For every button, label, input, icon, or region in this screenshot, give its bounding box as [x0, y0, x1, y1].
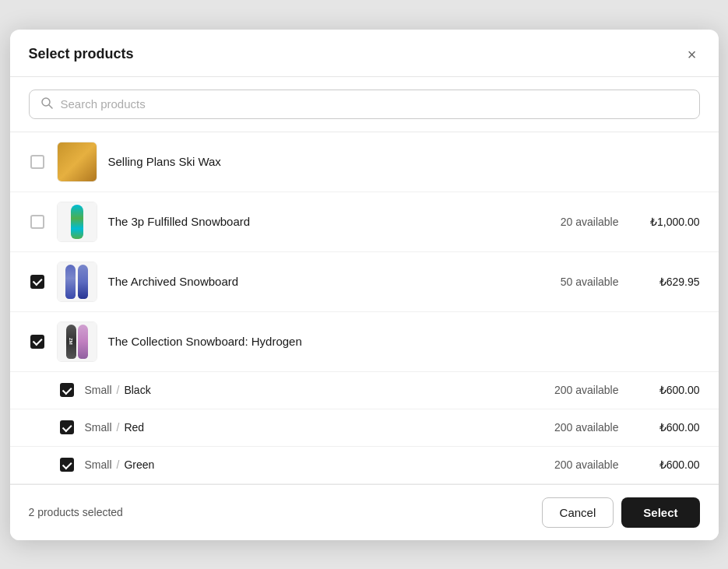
product-row: Selling Plans Ski Wax	[10, 132, 719, 192]
variant-checkbox-black[interactable]	[60, 383, 74, 397]
product-info-collection: The Collection Snowboard: Hydrogen	[108, 335, 700, 348]
product-price-3p: ₺1,000.00	[630, 216, 700, 228]
product-info-ski-wax: Selling Plans Ski Wax	[108, 155, 700, 168]
modal-title: Select products	[29, 46, 134, 62]
variant-availability-green: 200 available	[526, 458, 619, 471]
product-checkbox-archived[interactable]	[30, 275, 44, 289]
variant-row: Small / Red 200 available ₺600.00	[10, 409, 719, 447]
variant-checkbox-green[interactable]	[60, 458, 74, 472]
variant-size-black: Small	[85, 384, 112, 396]
product-checkbox-3p[interactable]	[30, 215, 44, 229]
product-name-3p: The 3p Fulfilled Snowboard	[108, 215, 251, 228]
modal-footer: 2 products selected Cancel Select	[10, 484, 719, 540]
variant-size-green: Small	[85, 458, 112, 471]
variant-row: Small / Black 200 available ₺600.00	[10, 372, 719, 409]
product-availability-3p: 20 available	[526, 216, 619, 228]
product-name-ski-wax: Selling Plans Ski Wax	[108, 155, 221, 168]
product-thumbnail-3p	[57, 202, 97, 242]
variant-separator: /	[117, 384, 120, 396]
variant-color-red: Red	[124, 421, 144, 434]
search-icon	[40, 97, 53, 112]
variant-availability-black: 200 available	[526, 384, 619, 396]
search-section	[10, 77, 719, 132]
product-row: ZM The Collection Snowboard: Hydrogen	[10, 312, 719, 372]
variant-price-green: ₺600.00	[630, 458, 700, 471]
product-row: The Archived Snowboard 50 available ₺629…	[10, 252, 719, 312]
product-checkbox-collection[interactable]	[30, 335, 44, 349]
variant-color-green: Green	[124, 458, 154, 471]
variant-price-red: ₺600.00	[630, 421, 700, 434]
variant-price-black: ₺600.00	[630, 384, 700, 396]
checkbox-wrap	[29, 213, 46, 230]
variant-separator: /	[117, 421, 120, 434]
product-name-collection: The Collection Snowboard: Hydrogen	[108, 335, 302, 348]
variant-color-black: Black	[124, 384, 150, 396]
search-input[interactable]	[61, 97, 688, 111]
product-info-3p: The 3p Fulfilled Snowboard	[108, 215, 515, 228]
product-thumbnail-ski-wax	[57, 142, 97, 182]
product-list: Selling Plans Ski Wax The 3p Fulfilled S…	[10, 132, 719, 484]
select-button[interactable]: Select	[621, 497, 699, 528]
select-products-modal: Select products × Selling Plans S	[10, 30, 719, 540]
variant-info-red: Small / Red	[85, 421, 515, 434]
variant-availability-red: 200 available	[526, 421, 619, 434]
close-button[interactable]: ×	[684, 45, 700, 64]
cancel-button[interactable]: Cancel	[542, 497, 614, 528]
footer-buttons: Cancel Select	[542, 497, 700, 528]
selected-count: 2 products selected	[29, 506, 123, 518]
product-thumbnail-archived	[57, 262, 97, 302]
variant-info-black: Small / Black	[85, 384, 515, 396]
search-box	[29, 90, 700, 119]
modal-header: Select products ×	[10, 30, 719, 77]
svg-line-1	[49, 105, 52, 108]
product-name-archived: The Archived Snowboard	[108, 275, 239, 288]
variant-size-red: Small	[85, 421, 112, 434]
product-checkbox-ski-wax[interactable]	[30, 155, 44, 169]
product-info-archived: The Archived Snowboard	[108, 275, 515, 288]
variant-info-green: Small / Green	[85, 458, 515, 471]
variant-checkbox-red[interactable]	[60, 420, 74, 434]
product-row: The 3p Fulfilled Snowboard 20 available …	[10, 192, 719, 252]
checkbox-wrap	[29, 273, 46, 290]
checkbox-wrap	[29, 153, 46, 170]
product-thumbnail-collection: ZM	[57, 321, 97, 362]
product-price-archived: ₺629.95	[630, 276, 700, 288]
variant-row: Small / Green 200 available ₺600.00	[10, 447, 719, 484]
checkbox-wrap	[29, 333, 46, 350]
product-availability-archived: 50 available	[526, 276, 619, 288]
variant-separator: /	[117, 458, 120, 471]
